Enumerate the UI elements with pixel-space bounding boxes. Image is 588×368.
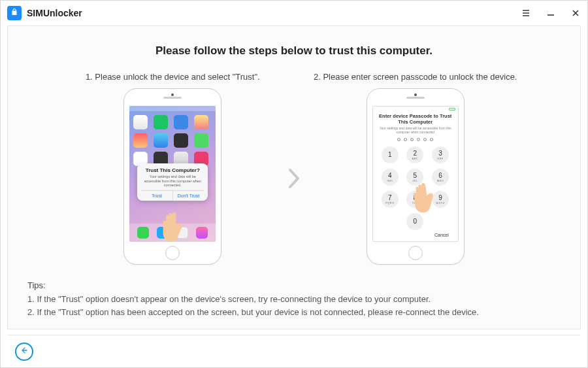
phone-illustration-1: Trust This Computer? Your settings and d… — [123, 88, 221, 265]
trust-button-label: Trust — [141, 191, 173, 201]
dont-trust-button-label: Don't Trust — [173, 191, 204, 201]
phone-illustration-2: Enter device Passcode to Trust This Comp… — [367, 88, 465, 265]
minimize-icon — [546, 8, 555, 18]
steps-row: 1. Please unlock the device and select "… — [71, 72, 517, 265]
passcode-dots — [377, 138, 454, 141]
passcode-cancel: Cancel — [434, 233, 449, 237]
back-button[interactable] — [15, 343, 33, 361]
close-button[interactable] — [570, 8, 581, 18]
tips-line-2: 2. If the "Trust" option has been accept… — [27, 306, 561, 319]
phone-screen-passcode: Enter device Passcode to Trust This Comp… — [372, 106, 459, 242]
step-2: 2. Please enter screen passcode to unloc… — [314, 72, 517, 265]
passcode-title: Enter device Passcode to Trust This Comp… — [377, 113, 454, 125]
page-title: Please follow the steps below to trust t… — [27, 44, 561, 58]
app-logo — [7, 6, 22, 20]
app-title: SIMUnlocker — [27, 8, 82, 18]
tips-line-1: 1. If the "Trust" option doesn't appear … — [27, 293, 561, 306]
arrow-left-icon — [20, 346, 29, 358]
menu-icon — [521, 8, 531, 18]
step2-label: 2. Please enter screen passcode to unloc… — [314, 72, 517, 82]
chevron-right-icon — [274, 167, 314, 190]
step1-label: 1. Please unlock the device and select "… — [86, 72, 260, 82]
lock-icon — [10, 7, 18, 19]
phone-screen-home: Trust This Computer? Your settings and d… — [129, 106, 216, 242]
minimize-button[interactable] — [546, 8, 556, 18]
tips-section: Tips: 1. If the "Trust" option doesn't a… — [27, 279, 561, 319]
tips-label: Tips: — [27, 279, 561, 292]
hand-icon — [161, 209, 190, 242]
title-bar: SIMUnlocker — [1, 1, 587, 25]
trust-popup: Trust This Computer? Your settings and d… — [137, 163, 208, 201]
trust-body: Your settings and data will be accessibl… — [141, 175, 204, 188]
step-1: 1. Please unlock the device and select "… — [71, 72, 274, 265]
menu-button[interactable] — [521, 8, 531, 18]
passcode-subtitle: Your settings and data will be accessibl… — [377, 126, 454, 134]
window-controls — [521, 8, 581, 18]
close-icon — [571, 8, 580, 18]
footer-bar — [7, 335, 581, 367]
hand-icon — [410, 178, 443, 218]
content-panel: Please follow the steps below to trust t… — [7, 25, 581, 329]
trust-title: Trust This Computer? — [141, 167, 204, 173]
